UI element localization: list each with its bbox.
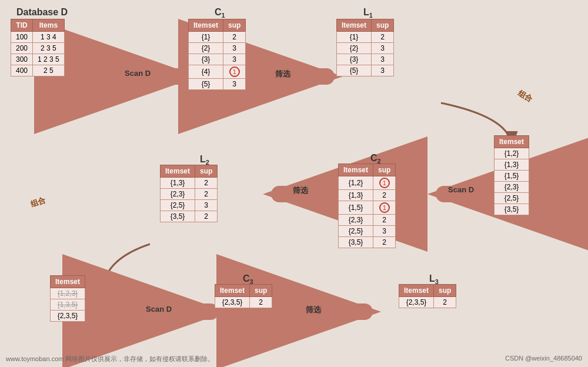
filter-2-label: 筛选 bbox=[293, 185, 308, 196]
table-row: 100 1 3 4 bbox=[11, 32, 65, 43]
table-row: {5} 3 bbox=[189, 79, 246, 90]
table-row: {2,3} 2 bbox=[161, 189, 218, 200]
c1-header-sup: sup bbox=[223, 19, 246, 32]
l3-table: Itemset sup {2,3,5} 2 bbox=[399, 284, 456, 308]
table-row: {2} 3 bbox=[189, 43, 246, 54]
c3-header-itemset: Itemset bbox=[215, 285, 250, 297]
table-row: {4} 1 bbox=[189, 65, 246, 79]
list-item: {1,2,3} bbox=[51, 288, 85, 299]
filter-3-label: 筛选 bbox=[306, 305, 321, 315]
table-row: {1,2} 1 bbox=[339, 176, 396, 190]
c1-label: C1 bbox=[215, 7, 225, 19]
c1-header-itemset: Itemset bbox=[189, 19, 223, 32]
table-row: {1,5} 1 bbox=[339, 201, 396, 215]
list-item: {2,3,5} bbox=[51, 311, 85, 322]
combo1-header: Itemset bbox=[495, 136, 529, 148]
c3-header-sup: sup bbox=[250, 285, 272, 297]
table-row: 300 1 2 3 5 bbox=[11, 54, 65, 65]
l2-table: Itemset sup {1,3} 2 {2,3} 2 {2,5} 3 {3,5… bbox=[160, 165, 218, 222]
table-row: {5} 3 bbox=[337, 65, 394, 76]
combo1-table: Itemset {1,2} {1,3} {1,5} {2,3} {2,5} {3… bbox=[494, 135, 529, 215]
table-row: {1,3} 2 bbox=[339, 190, 396, 201]
list-item: {1,3} bbox=[495, 159, 529, 171]
database-table: TID Items 100 1 3 4 200 2 3 5 300 1 2 3 … bbox=[11, 19, 65, 76]
table-row: {1} 2 bbox=[337, 32, 394, 43]
filter-1-label: 筛选 bbox=[275, 69, 290, 79]
combo2-table: Itemset {1,2,3} {1,3,5} {2,3,5} bbox=[50, 275, 85, 322]
table-row: 400 2 5 bbox=[11, 65, 65, 76]
footer: www.toymoban.com 网络图片仅供展示，非存储，如有侵权请联系删除。… bbox=[0, 355, 588, 363]
table-row: {3,5} 2 bbox=[339, 237, 396, 248]
list-item: {2,3} bbox=[495, 182, 529, 193]
l1-table: Itemset sup {1} 2 {2} 3 {3} 3 {5} 3 bbox=[336, 19, 394, 76]
c2-header-itemset: Itemset bbox=[339, 164, 373, 176]
database-label: Database D bbox=[16, 7, 68, 18]
scan-d-2-label: Scan D bbox=[448, 185, 474, 194]
l1-label: L1 bbox=[363, 7, 373, 19]
c2-table: Itemset sup {1,2} 1 {1,3} 2 {1,5} 1 {2,3… bbox=[338, 164, 396, 248]
table-row: {2,3} 2 bbox=[339, 215, 396, 226]
list-item: {1,5} bbox=[495, 171, 529, 182]
db-header-items: Items bbox=[33, 19, 65, 32]
circled-value: 1 bbox=[229, 66, 240, 77]
l2-header-itemset: Itemset bbox=[161, 165, 195, 178]
scan-d-1-label: Scan D bbox=[125, 69, 151, 78]
list-item: {1,2} bbox=[495, 148, 529, 159]
db-header-tid: TID bbox=[11, 19, 33, 32]
table-row: {3} 3 bbox=[189, 54, 246, 65]
main-canvas: Database D TID Items 100 1 3 4 200 2 3 5… bbox=[0, 0, 588, 367]
list-item: {1,3,5} bbox=[51, 299, 85, 311]
list-item: {2,5} bbox=[495, 193, 529, 204]
table-row: 200 2 3 5 bbox=[11, 43, 65, 54]
l3-header-itemset: Itemset bbox=[399, 285, 434, 297]
l1-header-sup: sup bbox=[372, 19, 394, 32]
table-row: {3} 3 bbox=[337, 54, 394, 65]
l3-header-sup: sup bbox=[434, 285, 456, 297]
table-row: {2,3,5} 2 bbox=[399, 297, 456, 308]
table-row: {2,5} 3 bbox=[161, 200, 218, 211]
footer-right: CSDN @weixin_48685040 bbox=[505, 355, 582, 363]
c1-table: Itemset sup {1} 2 {2} 3 {3} 3 {4} 1 {5} bbox=[188, 19, 246, 90]
l2-header-sup: sup bbox=[195, 165, 218, 178]
l1-header-itemset: Itemset bbox=[337, 19, 372, 32]
table-row: {1,3} 2 bbox=[161, 178, 218, 189]
table-row: {3,5} 2 bbox=[161, 211, 218, 222]
combine-2-label: 组合 bbox=[29, 195, 48, 210]
list-item: {3,5} bbox=[495, 204, 529, 215]
combo2-header: Itemset bbox=[51, 276, 85, 288]
combine-1-label: 组合 bbox=[516, 88, 534, 105]
table-row: {2,5} 3 bbox=[339, 226, 396, 237]
c3-table: Itemset sup {2,3,5} 2 bbox=[215, 284, 272, 308]
c2-header-sup: sup bbox=[373, 164, 396, 176]
circled-value: 1 bbox=[379, 178, 390, 188]
table-row: {1} 2 bbox=[189, 32, 246, 43]
circled-value: 1 bbox=[379, 202, 390, 213]
table-row: {2,3,5} 2 bbox=[215, 297, 272, 308]
footer-left: www.toymoban.com 网络图片仅供展示，非存储，如有侵权请联系删除。 bbox=[6, 355, 214, 363]
table-row: {2} 3 bbox=[337, 43, 394, 54]
scan-d-3-label: Scan D bbox=[146, 305, 172, 313]
